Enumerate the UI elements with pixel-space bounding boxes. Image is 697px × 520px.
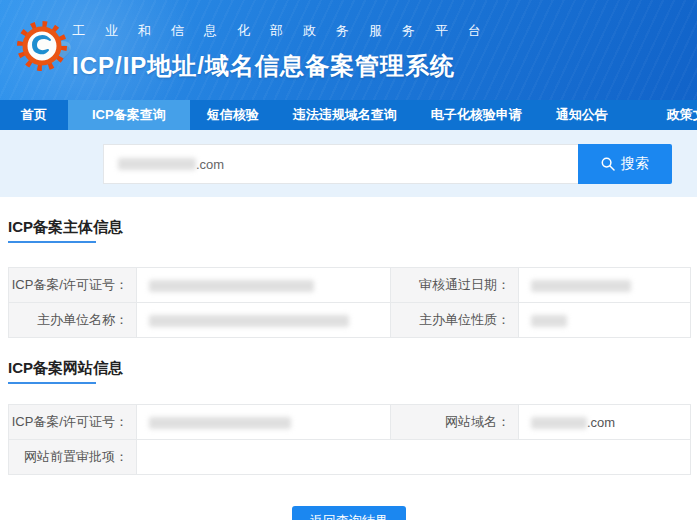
search-icon bbox=[601, 157, 615, 171]
miit-gear-logo-icon bbox=[16, 16, 76, 80]
search-section: .com 搜索 bbox=[0, 130, 697, 197]
table-row: ICP备案/许可证号： 审核通过日期： bbox=[9, 268, 691, 303]
website-info-table: ICP备案/许可证号： 网站域名： .com 网站前置审批项： bbox=[8, 404, 691, 475]
nav-item-sms-verify[interactable]: 短信核验 bbox=[190, 100, 276, 130]
website-section-title: ICP备案网站信息 bbox=[8, 359, 690, 378]
redacted-value bbox=[531, 315, 567, 327]
nav-item-icp-query[interactable]: ICP备案查询 bbox=[68, 100, 190, 130]
nav-item-policy-docs[interactable]: 政策文件 bbox=[650, 100, 697, 130]
pre-approval-label: 网站前置审批项： bbox=[9, 440, 137, 475]
website-icp-license-value bbox=[137, 405, 391, 440]
platform-name: 工业和信息化部政务服务平台 bbox=[72, 22, 501, 40]
footer: 返回查询结果 bbox=[8, 506, 690, 520]
organizer-nature-label: 主办单位性质： bbox=[391, 303, 519, 338]
table-row: 网站前置审批项： bbox=[9, 440, 691, 475]
page-header: 工业和信息化部政务服务平台 ICP/IP地址/域名信息备案管理系统 bbox=[0, 0, 697, 100]
search-button[interactable]: 搜索 bbox=[578, 144, 672, 184]
nav-item-home[interactable]: 首页 bbox=[0, 100, 68, 130]
nav-item-notices[interactable]: 通知公告 bbox=[539, 100, 625, 130]
website-title-underline bbox=[8, 382, 96, 384]
website-domain-label: 网站域名： bbox=[391, 405, 519, 440]
table-row: ICP备案/许可证号： 网站域名： .com bbox=[9, 405, 691, 440]
pre-approval-value bbox=[137, 440, 691, 475]
nav-item-illegal-domain-query[interactable]: 违法违规域名查询 bbox=[276, 100, 414, 130]
main-nav: 首页 ICP备案查询 短信核验 违法违规域名查询 电子化核验申请 通知公告 政策… bbox=[0, 100, 697, 130]
review-date-value bbox=[519, 268, 691, 303]
website-icp-license-label: ICP备案/许可证号： bbox=[9, 405, 137, 440]
search-value-suffix: .com bbox=[196, 157, 224, 172]
subject-section-title: ICP备案主体信息 bbox=[8, 218, 690, 237]
search-input[interactable]: .com bbox=[103, 144, 578, 184]
redacted-search-value bbox=[118, 158, 196, 170]
icp-license-value bbox=[137, 268, 391, 303]
search-button-label: 搜索 bbox=[621, 155, 649, 173]
organizer-name-value bbox=[137, 303, 391, 338]
organizer-nature-value bbox=[519, 303, 691, 338]
subject-title-underline bbox=[8, 241, 96, 243]
redacted-value bbox=[531, 417, 587, 429]
subject-info-table: ICP备案/许可证号： 审核通过日期： 主办单位名称： 主办单位性质： bbox=[8, 267, 691, 338]
table-row: 主办单位名称： 主办单位性质： bbox=[9, 303, 691, 338]
redacted-value bbox=[149, 417, 291, 429]
icp-license-label: ICP备案/许可证号： bbox=[9, 268, 137, 303]
content-area: ICP备案主体信息 ICP备案/许可证号： 审核通过日期： 主办单位名称： 主办… bbox=[0, 218, 697, 520]
website-domain-value: .com bbox=[519, 405, 691, 440]
redacted-value bbox=[149, 280, 314, 292]
system-title: ICP/IP地址/域名信息备案管理系统 bbox=[72, 50, 501, 82]
back-to-results-button[interactable]: 返回查询结果 bbox=[292, 506, 406, 520]
nav-item-e-verify-apply[interactable]: 电子化核验申请 bbox=[414, 100, 539, 130]
redacted-value bbox=[149, 315, 349, 327]
organizer-name-label: 主办单位名称： bbox=[9, 303, 137, 338]
redacted-value bbox=[531, 280, 631, 292]
domain-value-suffix: .com bbox=[587, 415, 615, 430]
review-date-label: 审核通过日期： bbox=[391, 268, 519, 303]
